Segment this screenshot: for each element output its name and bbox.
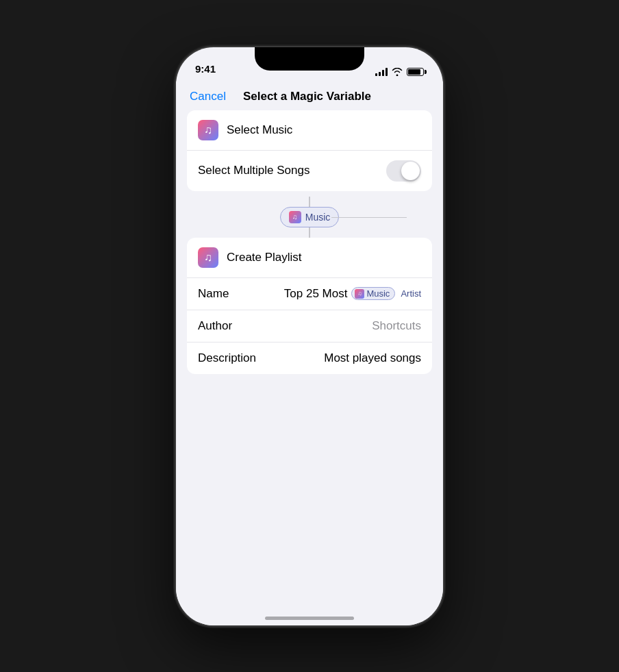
select-music-label: Select Music	[227, 123, 421, 137]
notch	[255, 47, 364, 71]
select-multiple-label: Select Multiple Songs	[198, 164, 386, 177]
signal-bar-4	[386, 68, 388, 76]
battery-icon	[407, 68, 424, 76]
phone-frame: 9:41 Cancel Select a Magic Variable	[176, 47, 443, 625]
create-playlist-icon: ♫	[198, 247, 218, 268]
signal-bar-1	[375, 73, 377, 76]
name-row[interactable]: Name Top 25 Most ♫ Music Artist	[187, 278, 432, 310]
status-icons	[375, 68, 424, 76]
nav-title: Select a Magic Variable	[243, 90, 371, 103]
signal-bar-3	[382, 70, 384, 76]
name-artist-text: Artist	[401, 288, 421, 299]
author-value: Shortcuts	[266, 319, 421, 333]
badge-music-icon: ♫	[289, 211, 301, 223]
badge-label: Music	[305, 212, 331, 223]
toggle-thumb	[401, 162, 420, 180]
description-label: Description	[198, 351, 266, 365]
pill-music-icon: ♫	[355, 289, 364, 299]
create-playlist-label: Create Playlist	[227, 251, 421, 264]
connector-area: ♫ Music	[187, 197, 432, 238]
pill-music-label: Music	[366, 288, 390, 299]
create-playlist-header[interactable]: ♫ Create Playlist	[187, 238, 432, 278]
nav-bar: Cancel Select a Magic Variable	[176, 82, 443, 110]
pill-note-symbol: ♫	[357, 290, 362, 297]
status-time: 9:41	[195, 63, 216, 76]
cancel-button[interactable]: Cancel	[190, 90, 226, 103]
battery-fill	[408, 69, 420, 75]
signal-bars-icon	[375, 68, 388, 76]
music-note-symbol: ♫	[204, 124, 212, 136]
select-music-row[interactable]: ♫ Select Music	[187, 110, 432, 150]
author-row[interactable]: Author Shortcuts	[187, 310, 432, 342]
name-label: Name	[198, 287, 266, 301]
select-multiple-toggle[interactable]	[386, 160, 421, 182]
description-row[interactable]: Description Most played songs	[187, 342, 432, 374]
author-label: Author	[198, 319, 266, 333]
create-playlist-note-symbol: ♫	[204, 251, 212, 264]
wifi-icon	[392, 68, 403, 76]
music-variable-pill[interactable]: ♫ Music	[351, 287, 395, 300]
signal-bar-2	[379, 72, 381, 76]
home-indicator	[265, 617, 354, 620]
description-value: Most played songs	[266, 351, 421, 365]
screen-content: Cancel Select a Magic Variable ♫ Select …	[176, 82, 443, 625]
create-playlist-section: ♫ Create Playlist Name Top 25 Most ♫ Mus…	[187, 238, 432, 374]
badge-note-symbol: ♫	[292, 213, 298, 221]
select-music-section: ♫ Select Music Select Multiple Songs	[187, 110, 432, 191]
horizontal-connector-line	[331, 217, 407, 219]
select-multiple-songs-row: Select Multiple Songs	[187, 150, 432, 191]
main-content: ♫ Select Music Select Multiple Songs	[176, 110, 443, 374]
name-value: Top 25 Most ♫ Music Artist	[266, 287, 421, 301]
magic-variable-badge[interactable]: ♫ Music	[280, 207, 340, 227]
name-prefix-text: Top 25 Most	[284, 287, 348, 301]
select-music-icon: ♫	[198, 120, 218, 140]
